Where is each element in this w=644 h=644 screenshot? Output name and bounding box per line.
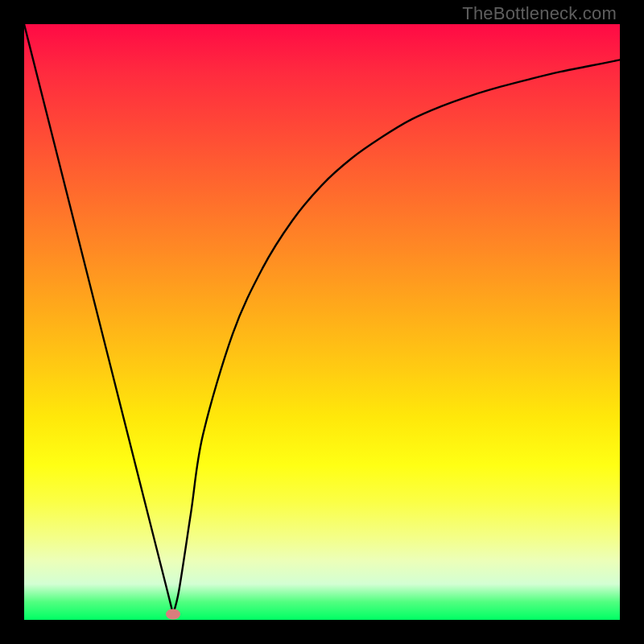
watermark-text: TheBottleneck.com — [462, 3, 617, 24]
curve-layer — [24, 24, 620, 620]
plot-area — [24, 24, 620, 620]
bottleneck-curve — [24, 24, 620, 614]
optimum-marker — [166, 609, 180, 619]
chart-frame: TheBottleneck.com — [0, 0, 644, 644]
